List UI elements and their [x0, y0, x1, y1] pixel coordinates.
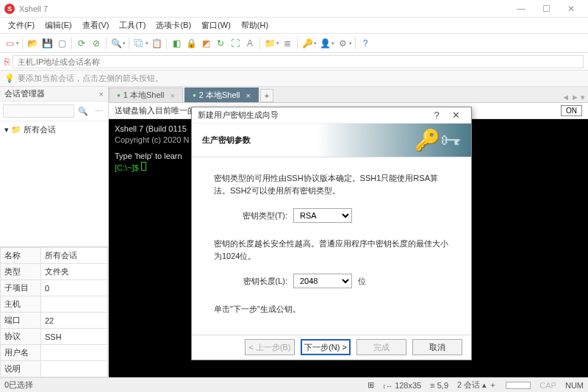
menubar: 文件(F) 编辑(E) 查看(V) 工具(T) 选项卡(B) 窗口(W) 帮助(… [0, 18, 588, 34]
window-title: Xshell 7 [19, 4, 48, 13]
dialog-help-button[interactable]: ? [427, 110, 446, 121]
status-progress [506, 382, 531, 389]
on-toggle-button[interactable]: ON [561, 105, 582, 116]
expand-icon[interactable]: ⛶ [229, 37, 242, 50]
prop-val [41, 345, 108, 361]
settings-icon[interactable]: ⚙ [336, 37, 349, 50]
prop-val [41, 361, 108, 377]
host-input[interactable] [12, 55, 584, 68]
bulb-icon: 💡 [4, 74, 15, 83]
collapse-icon[interactable]: ▾ [4, 125, 9, 135]
session-menu-icon[interactable]: ⋯ [92, 104, 105, 118]
tab-prev-icon[interactable]: ◄ [562, 93, 570, 102]
tab-shell-1[interactable]: ●1 本地Shell× [109, 88, 183, 102]
paste-icon[interactable]: 📋 [150, 37, 163, 50]
dialog-close-button[interactable]: ✕ [446, 110, 465, 121]
app-logo-icon: S [4, 4, 15, 14]
menu-window[interactable]: 窗口(W) [196, 20, 236, 31]
dialog-title: 新建用户密钥生成向导 [198, 110, 427, 121]
refresh-icon[interactable]: ↻ [214, 37, 227, 50]
lock-icon[interactable]: 🔒 [184, 37, 198, 50]
prop-val: SSH [41, 329, 108, 345]
session-properties: 名称所有会话 类型文件夹 子项目0 主机 端口22 协议SSH 用户名 说明 [0, 246, 108, 377]
prop-key: 用户名 [1, 345, 41, 361]
orange-icon[interactable]: ◩ [199, 37, 212, 50]
script-icon[interactable]: ≣ [281, 37, 294, 50]
prop-key: 说明 [1, 361, 41, 377]
cancel-button[interactable]: 取消 [412, 339, 462, 355]
host-icon: ⎘ [4, 57, 10, 67]
prop-key: 类型 [1, 264, 41, 280]
session-filter-select[interactable] [3, 104, 74, 118]
user-icon[interactable]: 👤 [318, 37, 331, 50]
status-size: ↕↔ 128x35 [383, 381, 422, 390]
menu-edit[interactable]: 编辑(E) [40, 20, 77, 31]
key-wizard-dialog: 新建用户密钥生成向导 ? ✕ 生产密钥参数 🔑🗝 密钥类型的可用性由SSH协议版… [191, 107, 472, 360]
folder-icon[interactable]: 📁 [263, 37, 276, 50]
key-length-select[interactable]: 2048 [293, 274, 352, 288]
dialog-banner: 生产密钥参数 🔑🗝 [192, 124, 471, 157]
tab-next-icon[interactable]: ► [571, 93, 579, 102]
menu-tabs[interactable]: 选项卡(B) [151, 20, 196, 31]
keys-icon: 🔑🗝 [415, 128, 461, 152]
status-bar: 0已选择 ⊞ ↕↔ 128x35 ≡ 5,9 2 会话 ▴ ＋ CAP NUM [0, 377, 588, 392]
status-cap: CAP [539, 381, 556, 390]
new-session-icon[interactable]: ▭ [3, 37, 16, 50]
status-left: 0已选择 [4, 379, 368, 391]
menu-view[interactable]: 查看(V) [77, 20, 115, 31]
key-icon[interactable]: 🔑 [301, 37, 314, 50]
session-panel: 会话管理器 × 🔍 ⋯ ▾ 📁 所有会话 名称所有会话 类型文件夹 子项目0 主… [0, 87, 109, 377]
session-panel-close-icon[interactable]: × [99, 90, 104, 99]
menu-help[interactable]: 帮助(H) [236, 20, 273, 31]
session-tree[interactable]: ▾ 📁 所有会话 [0, 121, 108, 246]
prop-val [41, 296, 108, 313]
new-tab-button[interactable]: + [260, 89, 273, 102]
dialog-paragraph: 密钥类型的可用性由SSH协议版本确定。SSH1只能使用RSA算法。SSH2可以使… [214, 172, 449, 196]
key-type-label: 密钥类型(T): [236, 210, 287, 221]
cursor-icon [141, 162, 146, 171]
menu-file[interactable]: 文件(F) [3, 20, 40, 31]
dialog-paragraph: 密钥的长度越长安全性越高。普通应用程序中密钥长度的最佳大小为1024位。 [214, 238, 449, 262]
font-icon[interactable]: A [243, 37, 257, 50]
prop-val: 文件夹 [41, 264, 108, 280]
hostbar: ⎘ [0, 53, 588, 71]
terminal-prompt: [C:\~]$ [115, 163, 141, 172]
finish-button[interactable]: 完成 [356, 339, 406, 355]
search-icon[interactable]: 🔍 [110, 37, 123, 50]
disconnect-icon[interactable]: ⊘ [90, 37, 103, 50]
key-type-select[interactable]: RSA [293, 208, 352, 223]
tab-shell-2[interactable]: ●2 本地Shell× [184, 88, 259, 102]
reconnect-icon[interactable]: ⟳ [75, 37, 88, 50]
tipbar: 💡 要添加当前会话，点击左侧的箭头按钮。 [0, 71, 588, 87]
next-button[interactable]: 下一步(N) > [301, 339, 351, 355]
prop-val: 22 [41, 313, 108, 329]
open-icon[interactable]: 📂 [26, 37, 39, 50]
tab-menu-icon[interactable]: ▾ [581, 93, 585, 102]
save-icon[interactable]: 💾 [40, 37, 54, 50]
status-pos: ≡ 5,9 [430, 381, 448, 390]
status-num: NUM [565, 381, 584, 390]
help-icon[interactable]: ? [359, 37, 372, 50]
minimize-button[interactable]: — [509, 1, 534, 17]
status-grid-icon: ⊞ [368, 380, 374, 390]
dialog-banner-title: 生产密钥参数 [202, 135, 251, 146]
tab-bar: ●1 本地Shell× ●2 本地Shell× + ◄►▾ [109, 87, 588, 103]
toolbar: ▭▾ 📂 💾 ▢ ⟳ ⊘ 🔍▾ ⿻▾ 📋 ◧ 🔒 ◩ ↻ ⛶ A 📁▾ ≣ 🔑▾… [0, 34, 588, 53]
close-button[interactable]: ✕ [559, 1, 584, 17]
menu-tools[interactable]: 工具(T) [114, 20, 151, 31]
green-icon[interactable]: ◧ [170, 37, 183, 50]
copy-icon[interactable]: ⿻ [132, 37, 146, 50]
tree-root-item[interactable]: ▾ 📁 所有会话 [4, 124, 104, 135]
prop-key: 子项目 [1, 280, 41, 296]
prop-key: 端口 [1, 313, 41, 329]
page-icon[interactable]: ▢ [55, 37, 68, 50]
status-sessions: 2 会话 ▴ ＋ [457, 379, 497, 391]
prev-button[interactable]: < 上一步(B) [245, 339, 295, 355]
tree-root-label: 所有会话 [24, 124, 56, 135]
key-length-label: 密钥长度(L): [236, 276, 287, 287]
prop-key: 名称 [1, 248, 41, 264]
prop-val: 0 [41, 280, 108, 296]
tip-text: 要添加当前会话，点击左侧的箭头按钮。 [18, 73, 163, 84]
maximize-button[interactable]: ☐ [534, 1, 559, 17]
session-search-icon[interactable]: 🔍 [76, 104, 90, 118]
